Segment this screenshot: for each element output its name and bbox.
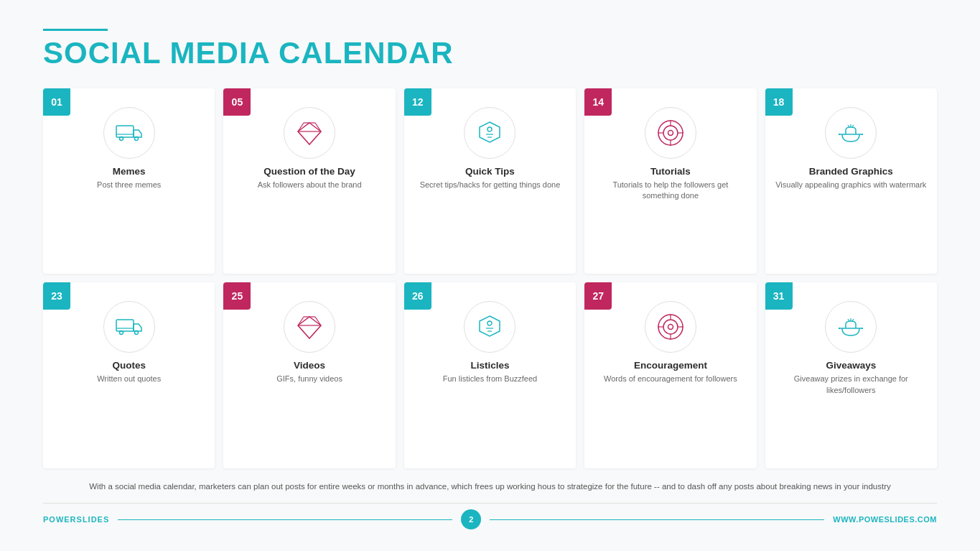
header: SOCIAL MEDIA CALENDAR — [43, 29, 937, 68]
card-icon-circle-9 — [645, 301, 696, 353]
card-desc-10: Giveaway prizes in exchange for likes/fo… — [775, 374, 927, 396]
card-icon-circle-1 — [103, 107, 155, 159]
svg-point-14 — [663, 126, 678, 140]
card-title-10: Giveaways — [826, 360, 876, 371]
card-icon-circle-4 — [645, 107, 696, 159]
bottom-line-right — [490, 519, 824, 520]
svg-point-15 — [668, 131, 673, 136]
card-desc-8: Fun listicles from Buzzfeed — [443, 374, 537, 384]
svg-point-2 — [134, 137, 138, 141]
svg-point-10 — [487, 127, 492, 131]
card-badge-8: 26 — [404, 282, 431, 310]
brand-black: POWER — [43, 515, 77, 524]
page-number: 2 — [461, 509, 481, 529]
svg-point-27 — [119, 331, 123, 335]
title-black: SOCIAL MEDIA — [43, 36, 279, 70]
card-title-2: Question of the Day — [263, 166, 355, 177]
svg-rect-26 — [116, 320, 134, 331]
card-title-4: Tutorials — [650, 166, 691, 177]
card-badge-10: 31 — [765, 282, 793, 310]
card-badge-3: 12 — [404, 88, 431, 116]
card-desc-7: GIFs, funny videos — [276, 374, 342, 384]
card-5: 18 Branded Graphics Visually appealing g… — [765, 88, 937, 274]
card-badge-7: 25 — [223, 282, 251, 310]
card-icon-circle-5 — [825, 107, 877, 159]
card-8: 26 Listicles Fun listicles from Buzzfeed — [404, 282, 576, 468]
card-2: 05 Question of the Day Ask followers abo… — [223, 88, 395, 274]
page: SOCIAL MEDIA CALENDAR 01 Memes Post thre… — [0, 0, 980, 551]
svg-rect-0 — [116, 126, 134, 137]
card-icon-circle-7 — [284, 301, 335, 353]
card-1: 01 Memes Post three memes — [43, 88, 215, 274]
svg-line-23 — [852, 125, 854, 127]
card-title-7: Videos — [294, 360, 325, 371]
card-icon-circle-10 — [825, 301, 877, 353]
svg-point-28 — [134, 331, 138, 335]
card-6: 23 Quotes Written out quotes — [43, 282, 215, 468]
card-icon-circle-6 — [103, 301, 155, 353]
card-10: 31 Giveaways Giveaway prizes in exchange… — [765, 282, 937, 468]
card-9: 27 Encouragement Words of encouragement … — [584, 282, 756, 468]
page-title: SOCIAL MEDIA CALENDAR — [43, 38, 937, 68]
card-desc-9: Words of encouragement for followers — [604, 374, 737, 384]
svg-line-47 — [848, 319, 849, 321]
card-title-6: Quotes — [112, 360, 146, 371]
card-title-9: Encouragement — [634, 360, 707, 371]
card-badge-6: 23 — [43, 282, 70, 310]
footer-description: With a social media calendar, marketers … — [43, 480, 937, 493]
card-title-1: Memes — [113, 166, 146, 177]
bottom-bar: POWERSLIDES 2 WWW.POWESLIDES.COM — [43, 503, 937, 529]
svg-point-36 — [487, 321, 492, 325]
header-accent-line — [43, 29, 108, 31]
card-badge-5: 18 — [765, 88, 793, 116]
card-3: 12 Quick Tips Secret tips/hacks for gett… — [404, 88, 576, 274]
card-title-5: Branded Graphics — [809, 166, 893, 177]
svg-point-40 — [663, 320, 678, 334]
card-7: 25 Videos GIFs, funny videos — [223, 282, 395, 468]
card-title-8: Listicles — [470, 360, 509, 371]
card-title-3: Quick Tips — [465, 166, 515, 177]
svg-point-1 — [119, 137, 123, 141]
card-4: 14 Tutorials Tutorials to help the follo… — [584, 88, 756, 274]
card-desc-4: Tutorials to help the followers get some… — [594, 180, 746, 202]
card-badge-4: 14 — [584, 88, 612, 116]
card-badge-2: 05 — [223, 88, 251, 116]
svg-line-49 — [852, 319, 854, 321]
card-icon-circle-2 — [284, 107, 335, 159]
card-desc-1: Post three memes — [97, 180, 161, 190]
card-badge-9: 27 — [584, 282, 612, 310]
card-desc-5: Visually appealing graphics with waterma… — [775, 180, 926, 190]
svg-line-21 — [848, 125, 849, 127]
svg-point-41 — [668, 325, 673, 330]
card-icon-circle-3 — [464, 107, 515, 159]
brand-name: POWERSLIDES — [43, 515, 109, 524]
card-desc-2: Ask followers about the brand — [258, 180, 362, 190]
card-desc-3: Secret tips/hacks for getting things don… — [420, 180, 561, 190]
website-url: WWW.POWESLIDES.COM — [833, 515, 937, 524]
brand-teal: SLIDES — [77, 515, 110, 524]
title-teal: CALENDAR — [279, 36, 454, 70]
cards-grid: 01 Memes Post three memes 05 Question of… — [43, 88, 937, 468]
card-icon-circle-8 — [464, 301, 515, 353]
card-desc-6: Written out quotes — [97, 374, 161, 384]
bottom-line-left — [118, 519, 452, 520]
card-badge-1: 01 — [43, 88, 70, 116]
